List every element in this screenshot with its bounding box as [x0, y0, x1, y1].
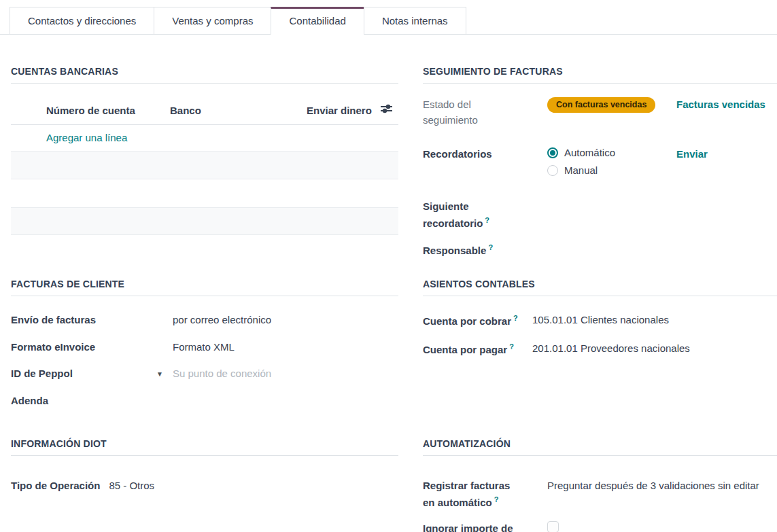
- field-adenda: Adenda: [11, 393, 398, 409]
- section-seguimiento-de-facturas: SEGUIMIENTO DE FACTURAS Estado del segui…: [423, 35, 777, 279]
- chevron-down-icon[interactable]: ▼: [156, 369, 163, 379]
- section-informacion-diot: INFORMACIÓN DIOT Tipo de Operación 85 - …: [11, 438, 398, 532]
- status-badge: Con facturas vencidas: [547, 97, 655, 113]
- registrar-facturas-text: Registrar facturas en automático: [423, 480, 510, 508]
- field-label-siguiente-recordatorio: Siguiente recordatorio?: [423, 199, 547, 231]
- section-cuentas-bancarias: CUENTAS BANCARIAS Número de cuenta Banco…: [11, 35, 398, 279]
- radio-automatico-label: Automático: [564, 147, 615, 158]
- field-recordatorios: Recordatorios Automático Manual Enviar: [423, 147, 777, 176]
- section-title-facturas-de-cliente: FACTURAS DE CLIENTE: [11, 279, 398, 296]
- cuenta-por-pagar-value[interactable]: 201.01.01 Proveedores nacionales: [532, 341, 690, 357]
- field-cuenta-por-pagar: Cuenta por pagar? 201.01.01 Proveedores …: [423, 341, 777, 358]
- enviar-link-col: Enviar: [676, 147, 777, 162]
- envio-de-facturas-value[interactable]: por correo electrónico: [173, 313, 271, 328]
- tab-contabilidad[interactable]: Contabilidad: [271, 7, 364, 35]
- id-de-peppol-text: ID de Peppol: [11, 366, 73, 382]
- section-title-automatizacion: AUTOMATIZACIÓN: [423, 438, 777, 456]
- field-id-de-peppol: ID de Peppol ▼ Su punto de conexión: [11, 366, 398, 382]
- field-label-registrar-facturas: Registrar facturas en automático?: [423, 478, 547, 510]
- help-question-icon[interactable]: ?: [513, 314, 518, 322]
- tab-notas-internas[interactable]: Notas internas: [364, 7, 466, 35]
- add-bank-account-line-link[interactable]: Agregar una línea: [11, 125, 398, 152]
- field-label-tipo-de-operacion: Tipo de Operación: [11, 478, 100, 494]
- tab-content-contabilidad: CUENTAS BANCARIAS Número de cuenta Banco…: [11, 35, 777, 532]
- section-title-informacion-diot: INFORMACIÓN DIOT: [11, 438, 398, 456]
- reminder-type-radio-group: Automático Manual: [547, 147, 615, 176]
- responsable-text: Responsable: [423, 245, 486, 256]
- notebook-tabbar: Contactos y direcciones Ventas y compras…: [0, 7, 777, 35]
- tab-contactos-y-direcciones[interactable]: Contactos y direcciones: [10, 7, 154, 35]
- field-cuenta-por-cobrar: Cuenta por cobrar? 105.01.01 Clientes na…: [423, 313, 777, 330]
- field-label-cuenta-por-cobrar: Cuenta por cobrar?: [423, 313, 532, 330]
- tab-ventas-y-compras[interactable]: Ventas y compras: [154, 7, 271, 35]
- column-header-banco[interactable]: Banco: [170, 105, 296, 116]
- column-header-enviar-dinero[interactable]: Enviar dinero: [296, 105, 372, 116]
- section-facturas-de-cliente: FACTURAS DE CLIENTE Envío de facturas po…: [11, 279, 398, 438]
- field-responsable: Responsable?: [423, 242, 777, 259]
- section-automatizacion: AUTOMATIZACIÓN Registrar facturas en aut…: [423, 438, 777, 532]
- section-title-asientos-contables: ASIENTOS CONTABLES: [423, 279, 777, 296]
- field-ignorar-importe-de: Ignorar importe de: [423, 521, 777, 532]
- registrar-facturas-value[interactable]: Preguntar después de 3 validaciones sin …: [547, 478, 759, 494]
- facturas-vencidas-link-col: Facturas vencidas: [676, 97, 777, 113]
- bank-accounts-table-header: Número de cuenta Banco Enviar dinero: [11, 94, 398, 125]
- cuenta-por-cobrar-text: Cuenta por cobrar: [423, 315, 511, 327]
- field-siguiente-recordatorio: Siguiente recordatorio?: [423, 199, 777, 231]
- help-question-icon[interactable]: ?: [494, 495, 499, 503]
- cuenta-por-pagar-text: Cuenta por pagar: [423, 344, 507, 355]
- section-title-cuentas-bancarias: CUENTAS BANCARIAS: [11, 66, 398, 84]
- field-label-formato-einvoice: Formato eInvoice: [11, 340, 173, 355]
- tipo-de-operacion-value[interactable]: 85 - Otros: [109, 478, 154, 494]
- ignorar-importe-checkbox[interactable]: [547, 521, 559, 532]
- section-title-seguimiento-de-facturas: SEGUIMIENTO DE FACTURAS: [423, 66, 777, 84]
- column-options-sliders-icon[interactable]: [374, 103, 398, 117]
- help-question-icon[interactable]: ?: [485, 216, 489, 224]
- radio-option-automatico[interactable]: Automático: [547, 147, 615, 158]
- field-formato-einvoice: Formato eInvoice Formato XML: [11, 340, 398, 355]
- field-label-recordatorios: Recordatorios: [423, 147, 547, 162]
- field-registrar-facturas-en-automatico: Registrar facturas en automático? Pregun…: [423, 478, 777, 510]
- enviar-button[interactable]: Enviar: [676, 148, 708, 160]
- bank-table-empty-row: [11, 179, 398, 207]
- column-header-numero-de-cuenta[interactable]: Número de cuenta: [46, 105, 170, 116]
- field-label-envio-de-facturas: Envío de facturas: [11, 313, 173, 328]
- field-label-ignorar-importe-de: Ignorar importe de: [423, 521, 547, 532]
- cuenta-por-cobrar-value[interactable]: 105.01.01 Clientes nacionales: [532, 313, 669, 328]
- radio-manual-icon[interactable]: [547, 165, 558, 176]
- bank-table-empty-row: [11, 152, 398, 179]
- field-estado-del-seguimiento: Estado del seguimiento Con facturas venc…: [423, 97, 777, 128]
- radio-automatico-icon[interactable]: [547, 147, 558, 158]
- bank-accounts-table: Número de cuenta Banco Enviar dinero Agr…: [11, 94, 398, 235]
- field-envio-de-facturas: Envío de facturas por correo electrónico: [11, 313, 398, 328]
- field-label-estado-del-seguimiento: Estado del seguimiento: [423, 97, 547, 128]
- field-label-id-de-peppol: ID de Peppol ▼: [11, 366, 173, 382]
- ignorar-importe-checkbox-wrap: [547, 521, 559, 532]
- followup-status-value: Con facturas vencidas: [547, 97, 655, 113]
- bank-table-empty-row: [11, 207, 398, 235]
- section-asientos-contables: ASIENTOS CONTABLES Cuenta por cobrar? 10…: [423, 279, 777, 438]
- siguiente-recordatorio-text: Siguiente recordatorio: [423, 200, 483, 229]
- field-label-adenda: Adenda: [11, 393, 173, 409]
- help-question-icon[interactable]: ?: [488, 243, 493, 251]
- radio-manual-label: Manual: [564, 164, 598, 176]
- formato-einvoice-value[interactable]: Formato XML: [173, 340, 235, 355]
- radio-option-manual[interactable]: Manual: [547, 164, 615, 176]
- field-label-cuenta-por-pagar: Cuenta por pagar?: [423, 341, 532, 358]
- peppol-endpoint-input[interactable]: Su punto de conexión: [173, 366, 271, 382]
- help-question-icon[interactable]: ?: [509, 342, 514, 351]
- field-label-responsable: Responsable?: [423, 242, 547, 259]
- field-tipo-de-operacion: Tipo de Operación 85 - Otros: [11, 478, 398, 494]
- facturas-vencidas-button[interactable]: Facturas vencidas: [676, 99, 765, 110]
